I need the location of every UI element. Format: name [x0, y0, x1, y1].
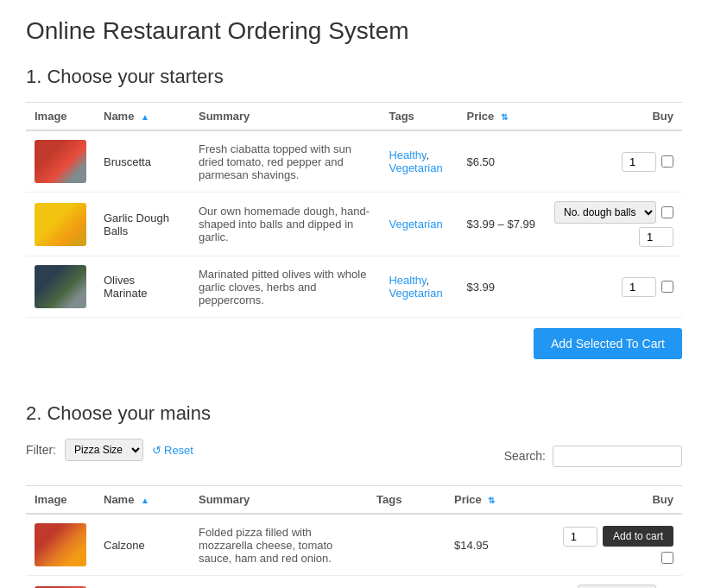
mains-sort-name-icon[interactable]: ▲	[141, 496, 149, 505]
bruscetta-price: $6.50	[466, 155, 495, 168]
main-row-calzone: Calzone Folded pizza filled with mozzare…	[26, 514, 682, 576]
olives-qty[interactable]	[622, 277, 656, 297]
calzone-summary: Folded pizza filled with mozzarella chee…	[199, 526, 332, 565]
olives-name: Olives Marinate	[104, 274, 148, 300]
pepperoni-summary-cell: Delicious pizza with Mozzarella cheese, …	[190, 576, 368, 589]
pepperoni-name-cell: Pepperoni Pizza	[95, 576, 190, 589]
calzone-checkbox[interactable]	[661, 552, 673, 564]
filter-search-bar: Filter: Pizza Size ↺ Reset Search:	[26, 439, 682, 473]
calzone-image-cell	[26, 514, 95, 576]
starters-section: 1. Choose your starters Image Name ▲ Sum…	[26, 66, 682, 376]
garlic-tags-cell: Vegetarian	[380, 193, 458, 256]
search-label: Search:	[504, 449, 546, 463]
reset-filter-link[interactable]: ↺ Reset	[152, 444, 193, 457]
sort-name-icon[interactable]: ▲	[141, 112, 149, 122]
garlic-checkbox[interactable]	[661, 206, 673, 218]
garlic-buy-cell: No. dough balls 6 12	[544, 193, 682, 256]
calzone-price-cell: $14.95	[446, 514, 544, 576]
starters-col-price[interactable]: Price ⇅	[458, 103, 544, 131]
bruscetta-tag-vegetarian[interactable]: Vegetarian	[389, 161, 442, 174]
starters-table: Image Name ▲ Summary Tags Price ⇅ Buy Br…	[26, 102, 682, 318]
garlic-name-cell: Garlic Dough Balls	[95, 193, 190, 256]
filter-pizza-size-select[interactable]: Pizza Size	[65, 439, 143, 461]
page-title: Online Restaurant Ordering System	[26, 17, 682, 45]
starters-col-tags: Tags	[380, 103, 458, 131]
sort-price-icon[interactable]: ⇅	[501, 112, 508, 122]
calzone-summary-cell: Folded pizza filled with mozzarella chee…	[190, 514, 368, 576]
olives-summary-cell: Marinated pitted olives with whole garli…	[190, 256, 380, 318]
bruscetta-image	[35, 140, 86, 183]
starter-tags-cell: Healthy, Vegetarian	[380, 130, 458, 193]
olives-buy-cell	[544, 256, 682, 318]
bruscetta-qty[interactable]	[622, 152, 656, 172]
bruscetta-checkbox[interactable]	[661, 155, 673, 168]
garlic-qty[interactable]	[639, 227, 673, 247]
olives-name-cell: Olives Marinate	[95, 256, 190, 318]
filter-label: Filter:	[26, 443, 56, 457]
pepperoni-size-select[interactable]: Pizza Size Small Medium Large	[578, 585, 656, 588]
mains-col-buy: Buy	[544, 486, 682, 515]
calzone-tags-cell	[368, 514, 446, 576]
garlic-size-select[interactable]: No. dough balls 6 12	[554, 201, 656, 224]
starters-actions: Add Selected To Cart	[26, 328, 682, 376]
starters-col-summary: Summary	[190, 103, 380, 131]
calzone-image	[35, 523, 86, 566]
search-input[interactable]	[553, 446, 682, 467]
starters-col-image: Image	[26, 103, 95, 131]
calzone-qty[interactable]	[563, 527, 597, 547]
mains-sort-price-icon[interactable]: ⇅	[488, 496, 495, 505]
calzone-add-to-cart-button[interactable]: Add to cart	[603, 526, 673, 547]
garlic-summary-cell: Our own homemade dough, hand-shaped into…	[190, 193, 380, 256]
pepperoni-image-cell	[26, 576, 95, 589]
pepperoni-price-cell: $13.99 – $16.99	[446, 576, 544, 589]
olives-tag-vegetarian[interactable]: Vegetarian	[389, 287, 442, 300]
olives-price: $3.99	[466, 281, 495, 294]
search-row: Search:	[504, 446, 682, 467]
olives-summary: Marinated pitted olives with whole garli…	[199, 268, 366, 307]
starter-name-cell: Bruscetta	[95, 130, 190, 193]
mains-title: 2. Choose your mains	[26, 402, 682, 425]
olives-checkbox[interactable]	[661, 281, 673, 293]
olives-tags-cell: Healthy, Vegetarian	[380, 256, 458, 318]
calzone-buy-cell: Add to cart	[544, 514, 682, 576]
olives-image-cell	[26, 256, 95, 318]
garlic-tag-vegetarian[interactable]: Vegetarian	[389, 218, 442, 231]
calzone-price: $14.95	[454, 539, 489, 552]
reset-label: Reset	[164, 444, 193, 457]
mains-col-tags: Tags	[368, 486, 446, 515]
filter-row: Filter: Pizza Size ↺ Reset	[26, 439, 193, 461]
starter-row-olives: Olives Marinate Marinated pitted olives …	[26, 256, 682, 318]
garlic-summary: Our own homemade dough, hand-shaped into…	[199, 205, 370, 243]
garlic-image-cell	[26, 193, 95, 256]
starters-col-buy: Buy	[544, 103, 682, 131]
mains-col-summary: Summary	[190, 486, 368, 515]
garlic-price-cell: $3.99 – $7.99	[458, 193, 544, 256]
starter-summary-cell: Fresh ciabatta topped with sun dried tom…	[190, 130, 380, 193]
calzone-name: Calzone	[104, 539, 145, 552]
pepperoni-tags-cell	[368, 576, 446, 589]
mains-col-image: Image	[26, 486, 95, 515]
bruscetta-name: Bruscetta	[104, 155, 151, 168]
reset-icon: ↺	[152, 444, 161, 457]
olives-tag-healthy[interactable]: Healthy	[389, 274, 426, 287]
starter-price-cell: $6.50	[458, 130, 544, 193]
starter-row-garlic: Garlic Dough Balls Our own homemade doug…	[26, 193, 682, 256]
bruscetta-tag-healthy[interactable]: Healthy	[389, 149, 426, 161]
bruscetta-summary: Fresh ciabatta topped with sun dried tom…	[199, 142, 351, 181]
add-selected-to-cart-button[interactable]: Add Selected To Cart	[534, 328, 682, 359]
mains-col-name[interactable]: Name ▲	[95, 486, 190, 515]
pepperoni-buy-cell: Pizza Size Small Medium Large Add to car…	[544, 576, 682, 589]
starters-col-name[interactable]: Name ▲	[95, 103, 190, 131]
mains-col-price[interactable]: Price ⇅	[446, 486, 544, 515]
starter-row-bruscetta: Bruscetta Fresh ciabatta topped with sun…	[26, 130, 682, 193]
starter-buy-cell	[544, 130, 682, 193]
garlic-name: Garlic Dough Balls	[104, 212, 169, 237]
mains-table: Image Name ▲ Summary Tags Price ⇅ Buy Ca…	[26, 485, 682, 588]
olives-image	[35, 265, 86, 308]
main-row-pepperoni: Pepperoni Pizza Delicious pizza with Moz…	[26, 576, 682, 589]
garlic-price: $3.99 – $7.99	[466, 218, 535, 231]
calzone-name-cell: Calzone	[95, 514, 190, 576]
starters-title: 1. Choose your starters	[26, 66, 682, 88]
olives-price-cell: $3.99	[458, 256, 544, 318]
mains-section: 2. Choose your mains Filter: Pizza Size …	[26, 402, 682, 588]
